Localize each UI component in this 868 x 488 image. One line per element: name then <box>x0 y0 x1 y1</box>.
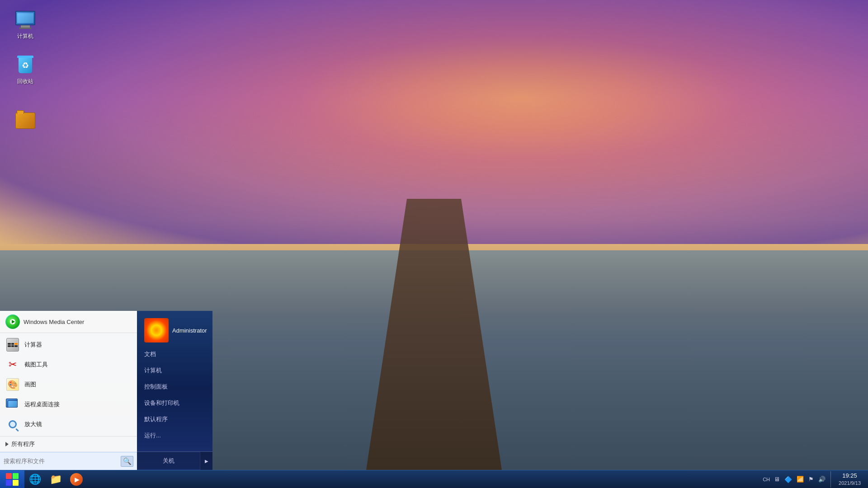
app-item-paint[interactable]: 🎨 画图 <box>0 375 137 394</box>
taskbar-app-file-explorer[interactable]: 📁 <box>45 470 66 488</box>
magnifier-icon <box>5 417 20 432</box>
taskbar-app-ie[interactable]: 🌐 <box>24 470 45 488</box>
right-menu-item-control-panel[interactable]: 控制面板 <box>137 379 212 395</box>
right-menu-item-devices[interactable]: 设备和打印机 <box>137 395 212 411</box>
file-explorer-icon: 📁 <box>50 474 62 485</box>
calculator-icon <box>5 338 20 352</box>
recycle-bin-icon-label: 回收站 <box>17 78 33 85</box>
avatar-image <box>144 318 169 343</box>
clock-date: 2021/9/13 <box>839 480 861 486</box>
pinned-app-header[interactable]: Windows Media Center <box>0 311 137 333</box>
start-button[interactable] <box>0 470 24 488</box>
app-item-remote-desktop[interactable]: 远程桌面连接 <box>0 394 137 414</box>
shutdown-button[interactable]: 关机 <box>137 452 200 469</box>
media-player-icon: ▶ <box>70 473 83 486</box>
clock-time: 19:25 <box>842 472 857 480</box>
right-menu-item-run[interactable]: 运行... <box>137 427 212 444</box>
app-item-magnifier[interactable]: 放大镜 <box>0 414 137 434</box>
search-icon: 🔍 <box>123 457 132 465</box>
app-list: 计算器 ✂ 截图工具 🎨 画图 <box>0 333 137 436</box>
language-indicator[interactable]: CH <box>762 477 771 482</box>
action-center-icon[interactable]: ⚑ <box>807 476 815 483</box>
username-label: Administrator <box>172 327 207 334</box>
shutdown-options-button[interactable]: ▶ <box>200 452 212 470</box>
right-menu-item-documents[interactable]: 文档 <box>137 346 212 362</box>
app-item-calculator[interactable]: 计算器 <box>0 335 137 355</box>
snipping-tool-icon: ✂ <box>5 357 20 372</box>
paint-label: 画图 <box>24 380 36 389</box>
windows-media-center-icon <box>5 314 20 329</box>
ie-icon: 🌐 <box>29 474 41 485</box>
shutdown-area: 关机 ▶ <box>137 451 212 470</box>
user-avatar-area[interactable]: Administrator <box>137 311 212 346</box>
desktop-icon-computer[interactable]: 计算机 <box>7 9 43 40</box>
pinned-app-name: Windows Media Center <box>24 319 84 325</box>
windows-logo-icon <box>6 473 19 486</box>
app-item-snipping-tool[interactable]: ✂ 截图工具 <box>0 355 137 375</box>
right-menu-item-computer[interactable]: 计算机 <box>137 362 212 379</box>
screen-tray-icon[interactable]: 🖥 <box>773 476 781 483</box>
start-menu-left-panel: Windows Media Center <box>0 311 137 470</box>
taskbar-app-media-player[interactable]: ▶ <box>66 470 87 488</box>
user-avatar <box>144 318 169 343</box>
computer-icon-image <box>14 9 36 31</box>
remote-desktop-icon <box>5 397 20 412</box>
taskbar: 🌐 📁 ▶ CH 🖥 🔷 📶 ⚑ 🔊 19:25 2021/9/13 <box>0 470 868 488</box>
start-menu-right-panel: Administrator 文档 计算机 控制面板 设备和打印机 默认程序 运行… <box>137 311 212 470</box>
remote-desktop-label: 远程桌面连接 <box>24 400 60 408</box>
desktop-icon-misc[interactable] <box>7 110 43 131</box>
misc-icon-image <box>14 110 36 131</box>
right-menu-item-default-programs[interactable]: 默认程序 <box>137 411 212 427</box>
paint-icon: 🎨 <box>5 377 20 392</box>
show-desktop-divider <box>830 471 833 488</box>
all-programs-arrow-icon <box>5 442 9 446</box>
system-tray: CH 🖥 🔷 📶 ⚑ 🔊 19:25 2021/9/13 <box>762 470 868 488</box>
bluetooth-tray-icon[interactable]: 🔷 <box>783 476 793 483</box>
computer-icon-label: 计算机 <box>17 33 33 40</box>
search-bar: 🔍 <box>0 452 137 470</box>
all-programs-label: 所有程序 <box>11 440 35 448</box>
search-input[interactable] <box>4 458 118 465</box>
desktop-icon-recycle-bin[interactable]: ♻ 回收站 <box>7 54 43 85</box>
magnifier-label: 放大镜 <box>24 420 42 428</box>
recycle-bin-icon-image: ♻ <box>14 54 36 76</box>
search-button[interactable]: 🔍 <box>121 456 133 467</box>
snipping-tool-label: 截图工具 <box>24 361 48 369</box>
clock-area[interactable]: 19:25 2021/9/13 <box>835 472 864 486</box>
all-programs-row[interactable]: 所有程序 <box>0 436 137 452</box>
shutdown-arrow-icon: ▶ <box>205 459 208 464</box>
calculator-label: 计算器 <box>24 341 42 349</box>
sound-tray-icon[interactable]: 🔊 <box>817 476 827 483</box>
start-menu: Windows Media Center <box>0 311 212 470</box>
network-tray-icon[interactable]: 📶 <box>795 476 805 483</box>
